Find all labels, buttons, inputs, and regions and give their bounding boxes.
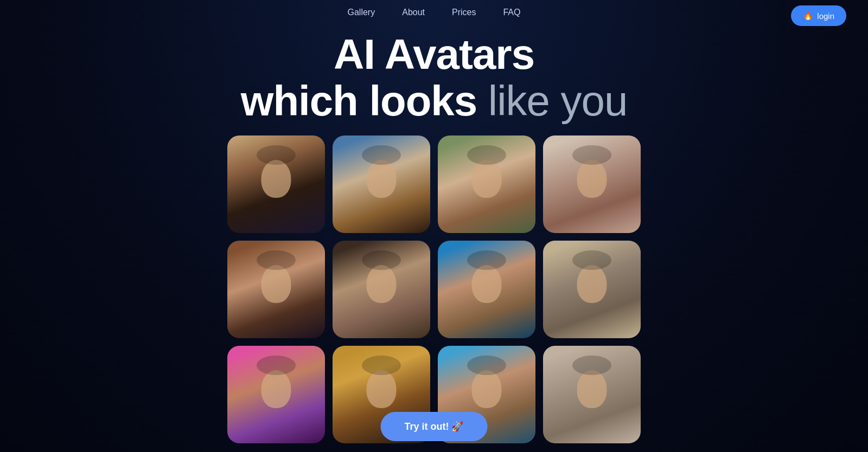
avatar-overlay-5 xyxy=(227,241,325,338)
nav-about[interactable]: About xyxy=(402,8,425,17)
avatar-4[interactable] xyxy=(543,135,641,233)
avatar-6[interactable] xyxy=(333,241,430,338)
avatar-9[interactable] xyxy=(227,346,325,443)
try-it-out-button[interactable]: Try it out! 🚀 xyxy=(381,412,488,441)
avatar-overlay-9 xyxy=(227,346,325,443)
nav-gallery[interactable]: Gallery xyxy=(348,8,375,17)
nav-prices[interactable]: Prices xyxy=(452,8,476,17)
headline-line2-normal: which looks xyxy=(241,77,488,125)
avatar-2[interactable] xyxy=(333,135,430,233)
nav-links: Gallery About Prices FAQ xyxy=(348,8,521,17)
headline-line1: AI Avatars xyxy=(334,30,534,78)
avatar-1[interactable] xyxy=(227,135,325,233)
fire-icon: 🔥 xyxy=(803,11,813,21)
hero-headline: AI Avatars which looks like you xyxy=(0,31,868,125)
login-button[interactable]: 🔥 login xyxy=(791,5,846,26)
avatar-7[interactable] xyxy=(438,241,535,338)
avatar-overlay-1 xyxy=(227,135,325,233)
nav-faq[interactable]: FAQ xyxy=(503,8,520,17)
avatar-5[interactable] xyxy=(227,241,325,338)
login-label: login xyxy=(817,11,834,21)
avatar-overlay-7 xyxy=(438,241,535,338)
avatar-overlay-3 xyxy=(438,135,535,233)
avatar-8[interactable] xyxy=(543,241,641,338)
avatar-overlay-8 xyxy=(543,241,641,338)
avatar-12[interactable] xyxy=(543,346,641,443)
avatar-overlay-12 xyxy=(543,346,641,443)
navbar: Gallery About Prices FAQ 🔥 login xyxy=(0,0,868,25)
avatar-overlay-6 xyxy=(333,241,430,338)
headline-line2-light: like you xyxy=(488,77,627,125)
avatar-3[interactable] xyxy=(438,135,535,233)
avatar-overlay-4 xyxy=(543,135,641,233)
avatar-grid xyxy=(227,135,641,443)
avatar-overlay-2 xyxy=(333,135,430,233)
